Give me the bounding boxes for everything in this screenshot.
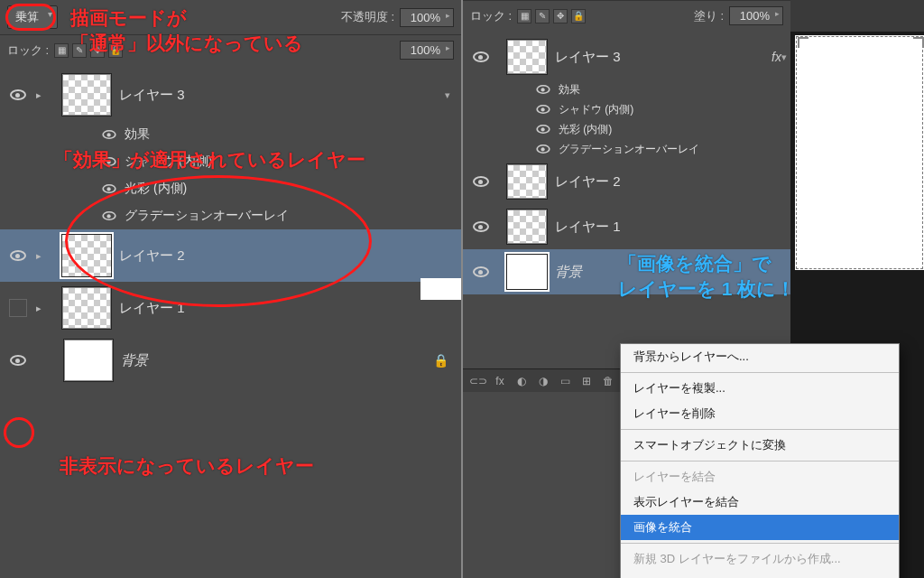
canvas-paper[interactable] (795, 35, 924, 270)
layer-row-2[interactable]: レイヤー 2 (463, 159, 790, 204)
effect-glow-row[interactable]: 光彩 (内側) (0, 175, 461, 202)
ctx-delete-layer[interactable]: レイヤーを削除 (621, 401, 899, 426)
layer-name[interactable]: レイヤー 3 (555, 49, 772, 66)
fill-value[interactable]: 100% (729, 6, 783, 25)
effect-shadow-row[interactable]: シャドウ (内側) (0, 148, 461, 175)
lock-position-icon[interactable]: ✥ (90, 43, 105, 58)
layer-thumbnail[interactable] (506, 39, 548, 75)
layer-name[interactable]: 背景 (121, 352, 433, 369)
layer-row-3[interactable]: ▸ レイヤー 3 ▾ (0, 69, 461, 121)
eye-icon (102, 157, 116, 166)
ctx-merge-layers: レイヤーを結合 (621, 464, 899, 489)
effect-name: 光彩 (内側) (559, 122, 612, 137)
fill-value[interactable]: 100% (400, 41, 454, 60)
layer-row-1[interactable]: レイヤー 1 (463, 204, 790, 249)
lock-icon: 🔒 (433, 353, 461, 368)
ctx-duplicate-layer[interactable]: レイヤーを複製... (621, 376, 899, 401)
eye-icon (10, 355, 26, 366)
effects-header-row[interactable]: 効果 (0, 121, 461, 148)
layer-name[interactable]: レイヤー 2 (119, 247, 461, 265)
visibility-toggle[interactable] (463, 266, 499, 277)
visibility-toggle[interactable] (0, 355, 36, 366)
layer-row-bg[interactable]: 背景 🔒 (0, 334, 461, 387)
lock-transparency-icon[interactable]: ▦ (54, 43, 69, 58)
effects-label: 効果 (125, 126, 150, 143)
expand-toggle[interactable]: ▸ (36, 303, 42, 314)
eye-icon (102, 184, 116, 193)
adjustment-icon[interactable]: ◑ (537, 375, 550, 387)
ctx-convert-smartobject[interactable]: スマートオブジェクトに変換 (621, 433, 899, 458)
opacity-value[interactable]: 100% (400, 8, 454, 27)
fx-icon[interactable]: fx (494, 375, 506, 387)
effects-label: 効果 (559, 82, 580, 98)
lock-all-icon[interactable]: 🔒 (571, 9, 586, 23)
layer-row-3[interactable]: レイヤー 3 fx ▾ (463, 34, 790, 79)
expand-toggle[interactable]: ▸ (36, 250, 42, 262)
lock-transparency-icon[interactable]: ▦ (517, 9, 531, 23)
ctx-merge-visible[interactable]: 表示レイヤーを結合 (621, 489, 899, 515)
fx-collapse-icon[interactable]: ▾ (445, 89, 450, 101)
layer-thumbnail[interactable] (506, 209, 548, 245)
layer-name[interactable]: レイヤー 1 (119, 300, 461, 317)
ctx-bg-to-layer[interactable]: 背景からレイヤーへ... (621, 344, 899, 369)
lock-label: ロック : (7, 42, 49, 59)
eye-icon (10, 89, 26, 100)
effect-gradient-row[interactable]: グラデーションオーバーレイ (0, 202, 461, 229)
lock-icons: ▦ ✎ ✥ 🔒 (54, 43, 123, 58)
eye-icon (102, 211, 116, 220)
ctx-separator (621, 372, 899, 373)
blend-mode-dropdown[interactable]: 乗算 (7, 5, 58, 29)
lock-all-icon[interactable]: 🔒 (108, 43, 123, 58)
transform-handle-tl[interactable] (798, 37, 808, 48)
lock-icons: ▦ ✎ ✥ 🔒 (517, 9, 586, 23)
lock-pixels-icon[interactable]: ✎ (535, 9, 550, 23)
fx-collapse-icon[interactable]: ▾ (781, 51, 787, 63)
lock-pixels-icon[interactable]: ✎ (72, 43, 87, 58)
layer-name[interactable]: 背景 (555, 264, 790, 281)
visibility-toggle[interactable] (463, 221, 499, 232)
visibility-toggle-hidden[interactable] (9, 299, 27, 317)
opacity-label: 不透明度 : (341, 9, 394, 25)
eye-icon (473, 221, 489, 232)
layer-name[interactable]: レイヤー 2 (555, 173, 790, 191)
highlight-hidden-circle (4, 417, 34, 448)
layer-thumbnail[interactable] (506, 254, 548, 290)
expand-toggle[interactable]: ▸ (36, 89, 42, 101)
layer-name[interactable]: レイヤー 3 (119, 87, 461, 104)
ctx-flatten-image[interactable]: 画像を統合 (621, 515, 899, 540)
layer-thumbnail[interactable] (61, 234, 112, 277)
link-layers-icon[interactable]: ⊂⊃ (472, 375, 485, 387)
visibility-toggle[interactable] (0, 250, 36, 261)
group-icon[interactable]: ▭ (559, 375, 571, 387)
lock-label: ロック : (470, 8, 512, 24)
effect-shadow-row[interactable]: シャドウ (内側) (463, 99, 790, 119)
new-layer-icon[interactable]: ⊞ (580, 375, 593, 387)
layer-thumbnail[interactable] (506, 163, 548, 200)
layer-thumbnail[interactable] (63, 339, 114, 382)
lock-position-icon[interactable]: ✥ (553, 9, 568, 23)
layer-thumbnail[interactable] (61, 73, 112, 117)
layer-row-2[interactable]: ▸ レイヤー 2 (0, 229, 461, 282)
delete-layer-icon[interactable]: 🗑 (602, 375, 614, 387)
right-toolbar: ロック : ▦ ✎ ✥ 🔒 塗り : 100% (463, 0, 790, 31)
ctx-postcard: ポストカード (621, 572, 899, 578)
effect-gradient-row[interactable]: グラデーションオーバーレイ (463, 139, 790, 159)
eye-icon (536, 125, 550, 134)
mask-icon[interactable]: ◐ (515, 375, 528, 387)
layer-row-1[interactable]: ▸ レイヤー 1 (0, 282, 461, 334)
effect-name: シャドウ (内側) (559, 102, 633, 117)
effect-name: シャドウ (内側) (125, 154, 212, 170)
layer-thumbnail[interactable] (61, 286, 112, 330)
visibility-toggle[interactable] (463, 176, 499, 187)
left-layers-list: ▸ レイヤー 3 ▾ 効果 シャドウ (内側) 光彩 (内側) グラデーションオ… (0, 65, 461, 387)
eye-icon (536, 105, 550, 114)
layer-row-bg[interactable]: 背景 (463, 249, 790, 294)
visibility-toggle[interactable] (463, 51, 499, 62)
transform-handle-tr[interactable] (913, 37, 924, 48)
visibility-toggle[interactable] (0, 89, 36, 100)
effect-name: 光彩 (内側) (125, 181, 187, 197)
ctx-new-3d-layer: 新規 3D レイヤーをファイルから作成... (621, 546, 899, 572)
effects-header-row[interactable]: 効果 (463, 79, 790, 99)
layer-name[interactable]: レイヤー 1 (555, 219, 790, 236)
effect-glow-row[interactable]: 光彩 (内側) (463, 119, 790, 139)
